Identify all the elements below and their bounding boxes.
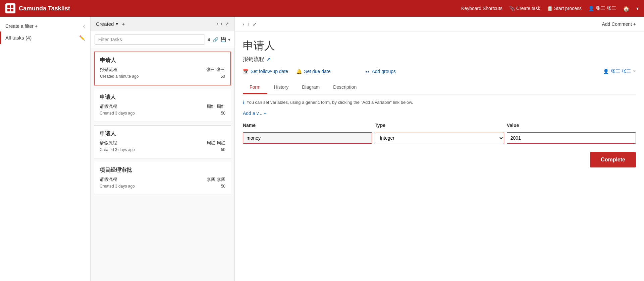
form-info: ℹ You can set variables, using a generic…: [243, 100, 636, 105]
add-variable-button[interactable]: Add a v... +: [243, 111, 636, 116]
name-column-header: Name: [243, 123, 372, 128]
task-meta: Created 3 days ago: [100, 147, 135, 152]
detail-nav-left[interactable]: ‹: [243, 21, 245, 27]
task-assignee-label: 李四 李四: [207, 177, 225, 183]
task-list-title[interactable]: Created ▾ +: [96, 21, 125, 27]
variable-value-input[interactable]: [507, 132, 636, 144]
top-nav-actions: Keyboard Shortcuts 📎 Create task 📋 Start…: [461, 5, 639, 12]
bell-icon: 🔔: [296, 69, 302, 74]
task-list-nav-left[interactable]: ‹: [217, 21, 218, 26]
sidebar-collapse-button[interactable]: ‹: [83, 23, 85, 29]
follow-up-label: Set follow-up date: [251, 69, 288, 74]
sidebar-header: Create a filter + ‹: [0, 21, 90, 31]
user-icon: 👤: [603, 69, 609, 74]
detail-nav-right[interactable]: ›: [248, 21, 250, 27]
task-assignee-label: 周红 周红: [207, 140, 225, 146]
task-list-sort-icon: ▾: [116, 21, 118, 27]
link-icon[interactable]: 🔗: [213, 37, 218, 42]
filter-dropdown-icon[interactable]: ▾: [228, 37, 230, 42]
tab-diagram[interactable]: Diagram: [295, 81, 326, 94]
sidebar-item-all-tasks[interactable]: All tasks (4) ✏️: [0, 31, 90, 44]
task-assignee-label: 周红 周红: [207, 103, 225, 110]
variable-row: Boolean Bytes Short Integer Long Double …: [243, 132, 636, 144]
external-link-icon[interactable]: ↗: [266, 56, 271, 63]
svg-rect-1: [11, 5, 13, 8]
task-list-add-filter[interactable]: +: [122, 21, 125, 27]
set-due-date-button[interactable]: 🔔 Set due date: [296, 69, 330, 74]
variable-name-input[interactable]: [243, 132, 372, 144]
task-card[interactable]: 申请人 报销流程 张三 张三 Created a minute ago 50: [94, 52, 231, 85]
task-priority: 50: [221, 147, 225, 152]
tab-description[interactable]: Description: [326, 81, 363, 94]
logo-icon: [5, 3, 15, 13]
create-task-label: Create task: [516, 6, 540, 11]
variable-type-select[interactable]: Boolean Bytes Short Integer Long Double …: [375, 132, 504, 144]
task-priority: 50: [221, 184, 225, 189]
task-list-title-label: Created: [96, 21, 114, 27]
task-process-label: 请假流程: [100, 177, 117, 183]
top-navigation: Camunda Tasklist Keyboard Shortcuts 📎 Cr…: [0, 0, 644, 17]
create-filter-button[interactable]: Create a filter +: [5, 23, 38, 29]
filter-icons: 🔗 💾 ▾: [213, 37, 230, 42]
app-title: Camunda Tasklist: [19, 5, 70, 12]
task-list-header: Created ▾ + ‹ › ⤢: [91, 17, 234, 31]
add-comment-plus: +: [633, 21, 636, 27]
detail-process: 报销流程 ↗: [243, 56, 636, 63]
task-card-title: 申请人: [100, 130, 225, 137]
app-logo: Camunda Tasklist: [5, 3, 461, 13]
keyboard-shortcuts-link[interactable]: Keyboard Shortcuts: [461, 6, 502, 11]
task-priority: 50: [221, 111, 225, 116]
svg-rect-3: [11, 9, 13, 11]
task-card-row: 请假流程 周红 周红: [100, 140, 225, 146]
create-task-link[interactable]: 📎 Create task: [509, 6, 540, 11]
start-process-link[interactable]: 📋 Start process: [547, 6, 582, 11]
task-card-row: 报销流程 张三 张三: [100, 67, 225, 73]
task-card-row: 请假流程 周红 周红: [100, 103, 225, 110]
tab-history[interactable]: History: [267, 81, 296, 94]
info-icon: ℹ: [243, 100, 245, 105]
add-comment-button[interactable]: Add Comment +: [602, 21, 636, 27]
filter-tasks-input[interactable]: [95, 34, 205, 45]
task-card-meta-row: Created 3 days ago 50: [100, 111, 225, 116]
detail-toolbar: ‹ › ⤢ Add Comment +: [235, 17, 644, 32]
task-card[interactable]: 申请人 请假流程 周红 周红 Created 3 days ago 50: [94, 125, 231, 158]
form-info-text: You can set variables, using a generic f…: [247, 100, 413, 105]
groups-icon: ⚏: [365, 69, 370, 74]
start-process-label: Start process: [554, 6, 582, 11]
detail-actions: 📅 Set follow-up date 🔔 Set due date ⚏ Ad…: [243, 68, 636, 74]
task-card-meta-row: Created 3 days ago 50: [100, 147, 225, 152]
filter-count: 4: [208, 37, 210, 42]
detail-nav: ‹ › ⤢: [243, 21, 257, 27]
edit-filter-icon[interactable]: ✏️: [79, 35, 85, 41]
task-list-expand[interactable]: ⤢: [225, 21, 229, 26]
set-follow-up-button[interactable]: 📅 Set follow-up date: [243, 69, 288, 74]
save-icon[interactable]: 💾: [220, 37, 226, 42]
task-card-title: 项目经理审批: [100, 167, 225, 174]
add-variable-label: Add a v...: [243, 111, 262, 116]
dropdown-icon: ▾: [636, 6, 639, 11]
tab-form-label: Form: [250, 84, 261, 90]
calendar-icon: 📅: [243, 69, 249, 74]
add-groups-button[interactable]: ⚏ Add groups: [365, 69, 396, 74]
add-comment-label: Add Comment: [602, 21, 632, 27]
detail-content: 申请人 报销流程 ↗ 📅 Set follow-up date 🔔 Set du…: [235, 32, 644, 281]
task-list-nav-right[interactable]: ›: [221, 21, 222, 26]
tabs: Form History Diagram Description: [243, 81, 636, 94]
complete-button[interactable]: Complete: [590, 152, 636, 167]
remove-assignee-button[interactable]: ×: [633, 68, 636, 74]
user-menu[interactable]: 👤 张三 张三: [588, 5, 616, 11]
task-process-label: 请假流程: [100, 103, 117, 110]
task-assignee-label: 张三 张三: [206, 67, 225, 73]
add-variable-plus: +: [264, 111, 266, 116]
task-card[interactable]: 项目经理审批 请假流程 李四 李四 Created 3 days ago 50: [94, 162, 231, 195]
svg-rect-2: [7, 9, 10, 11]
tab-form[interactable]: Form: [243, 81, 267, 94]
task-list-body: 申请人 报销流程 张三 张三 Created a minute ago 50 申…: [91, 48, 234, 281]
detail-nav-expand[interactable]: ⤢: [253, 21, 257, 27]
assignee-label[interactable]: 张三 张三: [611, 68, 631, 74]
user-label: 张三 张三: [596, 5, 616, 11]
detail-title: 申请人: [243, 39, 636, 53]
task-card[interactable]: 申请人 请假流程 周红 周红 Created 3 days ago 50: [94, 89, 231, 122]
home-link[interactable]: 🏠: [623, 5, 630, 12]
due-date-label: Set due date: [304, 69, 330, 74]
